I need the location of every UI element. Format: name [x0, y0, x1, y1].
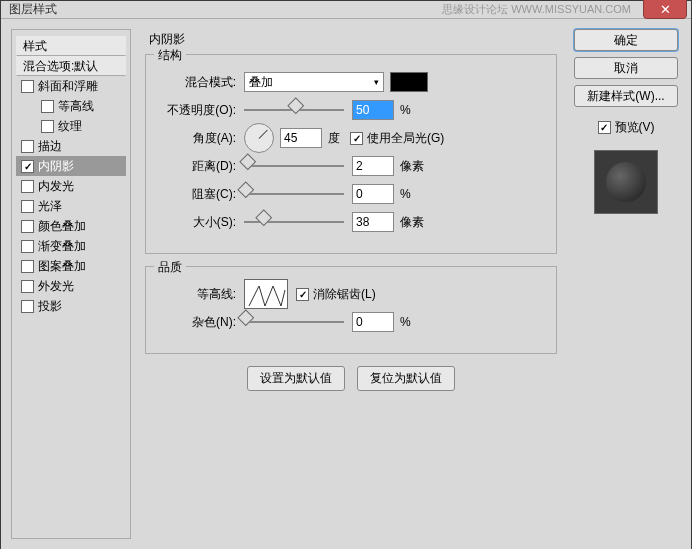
style-checkbox[interactable] — [21, 220, 34, 233]
noise-slider[interactable] — [244, 314, 344, 330]
style-label: 内阴影 — [38, 158, 74, 175]
style-item-4[interactable]: 内阴影 — [16, 156, 126, 176]
ok-button[interactable]: 确定 — [574, 29, 678, 51]
style-label: 纹理 — [58, 118, 82, 135]
global-light-label: 使用全局光(G) — [367, 130, 444, 147]
reset-default-button[interactable]: 复位为默认值 — [357, 366, 455, 391]
blending-options[interactable]: 混合选项:默认 — [16, 56, 126, 76]
action-panel: 确定 取消 新建样式(W)... 预览(V) — [571, 29, 681, 547]
style-checkbox[interactable] — [21, 300, 34, 313]
style-list: 样式 混合选项:默认 斜面和浮雕等高线纹理描边内阴影内发光光泽颜色叠加渐变叠加图… — [16, 36, 126, 316]
blend-mode-select[interactable]: 叠加▾ — [244, 72, 384, 92]
style-item-8[interactable]: 渐变叠加 — [16, 236, 126, 256]
preview-checkbox[interactable] — [598, 121, 611, 134]
make-default-button[interactable]: 设置为默认值 — [247, 366, 345, 391]
angle-dial[interactable] — [244, 123, 274, 153]
styles-header[interactable]: 样式 — [16, 36, 126, 56]
style-label: 颜色叠加 — [38, 218, 86, 235]
titlebar: 图层样式 思缘设计论坛 WWW.MISSYUAN.COM ✕ — [1, 1, 691, 19]
preview-sphere-icon — [606, 162, 646, 202]
style-item-11[interactable]: 投影 — [16, 296, 126, 316]
preview-label: 预览(V) — [615, 119, 655, 136]
style-label: 等高线 — [58, 98, 94, 115]
preview-thumbnail — [594, 150, 658, 214]
style-label: 外发光 — [38, 278, 74, 295]
style-item-9[interactable]: 图案叠加 — [16, 256, 126, 276]
angle-input[interactable]: 45 — [280, 128, 322, 148]
quality-legend: 品质 — [154, 259, 186, 276]
structure-legend: 结构 — [154, 47, 186, 64]
style-label: 斜面和浮雕 — [38, 78, 98, 95]
distance-slider[interactable] — [244, 158, 344, 174]
style-checkbox[interactable] — [21, 180, 34, 193]
panel-title: 内阴影 — [149, 31, 557, 48]
style-checkbox[interactable] — [21, 80, 34, 93]
style-item-0[interactable]: 斜面和浮雕 — [16, 76, 126, 96]
color-swatch[interactable] — [390, 72, 428, 92]
style-checkbox[interactable] — [21, 160, 34, 173]
noise-label: 杂色(N): — [154, 314, 244, 331]
contour-picker[interactable] — [244, 279, 288, 309]
styles-panel: 样式 混合选项:默认 斜面和浮雕等高线纹理描边内阴影内发光光泽颜色叠加渐变叠加图… — [11, 29, 131, 547]
angle-label: 角度(A): — [154, 130, 244, 147]
size-slider[interactable] — [244, 214, 344, 230]
distance-input[interactable]: 2 — [352, 156, 394, 176]
choke-label: 阻塞(C): — [154, 186, 244, 203]
layer-style-dialog: 图层样式 思缘设计论坛 WWW.MISSYUAN.COM ✕ 样式 混合选项:默… — [0, 0, 692, 549]
new-style-button[interactable]: 新建样式(W)... — [574, 85, 678, 107]
style-item-10[interactable]: 外发光 — [16, 276, 126, 296]
style-label: 投影 — [38, 298, 62, 315]
style-checkbox[interactable] — [21, 240, 34, 253]
window-title: 图层样式 — [9, 1, 57, 18]
close-button[interactable]: ✕ — [643, 0, 687, 19]
blend-mode-label: 混合模式: — [154, 74, 244, 91]
chevron-down-icon: ▾ — [374, 77, 379, 87]
style-item-5[interactable]: 内发光 — [16, 176, 126, 196]
watermark: 思缘设计论坛 WWW.MISSYUAN.COM — [442, 2, 631, 17]
dialog-body: 样式 混合选项:默认 斜面和浮雕等高线纹理描边内阴影内发光光泽颜色叠加渐变叠加图… — [1, 19, 691, 549]
opacity-input[interactable]: 50 — [352, 100, 394, 120]
opacity-label: 不透明度(O): — [154, 102, 244, 119]
style-item-2[interactable]: 纹理 — [16, 116, 126, 136]
settings-panel: 内阴影 结构 混合模式: 叠加▾ 不透明度(O): 50 % — [141, 29, 561, 547]
distance-label: 距离(D): — [154, 158, 244, 175]
choke-input[interactable]: 0 — [352, 184, 394, 204]
style-label: 描边 — [38, 138, 62, 155]
antialias-checkbox[interactable] — [296, 288, 309, 301]
style-checkbox[interactable] — [21, 260, 34, 273]
size-label: 大小(S): — [154, 214, 244, 231]
cancel-button[interactable]: 取消 — [574, 57, 678, 79]
antialias-label: 消除锯齿(L) — [313, 286, 376, 303]
style-item-1[interactable]: 等高线 — [16, 96, 126, 116]
style-checkbox[interactable] — [41, 120, 54, 133]
noise-input[interactable]: 0 — [352, 312, 394, 332]
global-light-checkbox[interactable] — [350, 132, 363, 145]
style-label: 光泽 — [38, 198, 62, 215]
contour-label: 等高线: — [154, 286, 244, 303]
opacity-slider[interactable] — [244, 102, 344, 118]
style-item-6[interactable]: 光泽 — [16, 196, 126, 216]
style-label: 图案叠加 — [38, 258, 86, 275]
choke-slider[interactable] — [244, 186, 344, 202]
style-checkbox[interactable] — [21, 140, 34, 153]
style-checkbox[interactable] — [21, 280, 34, 293]
style-item-3[interactable]: 描边 — [16, 136, 126, 156]
size-input[interactable]: 38 — [352, 212, 394, 232]
style-item-7[interactable]: 颜色叠加 — [16, 216, 126, 236]
style-label: 渐变叠加 — [38, 238, 86, 255]
style-checkbox[interactable] — [41, 100, 54, 113]
style-label: 内发光 — [38, 178, 74, 195]
style-checkbox[interactable] — [21, 200, 34, 213]
